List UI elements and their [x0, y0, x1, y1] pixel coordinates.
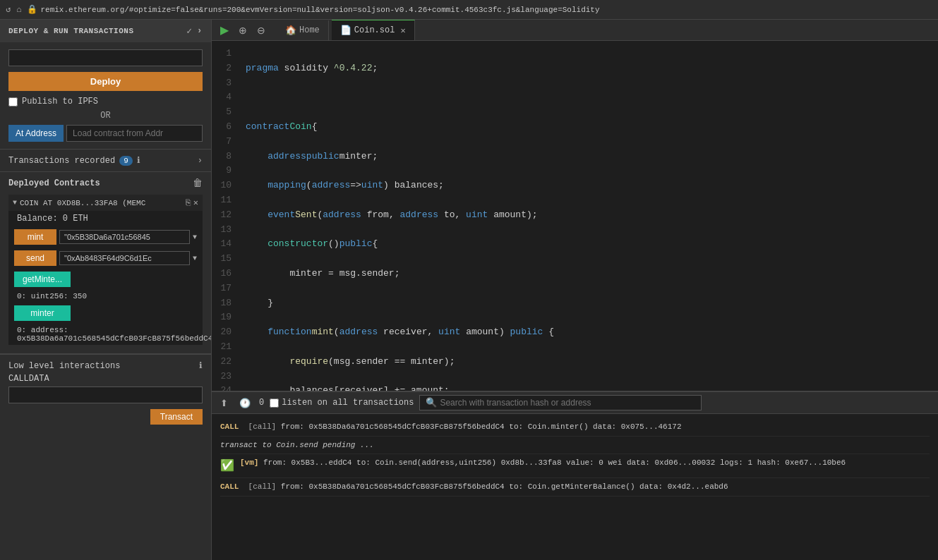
- mint-button[interactable]: mint: [14, 229, 56, 245]
- code-line-5: mapping (address=>uint) balances;: [240, 178, 938, 193]
- panel-header: DEPLOY & RUN TRANSACTIONS ✓ ›: [0, 20, 211, 42]
- send-input[interactable]: [59, 251, 190, 265]
- minter-row: minter: [8, 303, 203, 324]
- zoom-in-button[interactable]: ⊕: [236, 22, 250, 39]
- console-area: ⬆ 🕐 0 listen on all transactions 🔍 CALL …: [212, 391, 938, 560]
- contract-item-header: ▼ COIN AT 0XD8B...33FA8 (MEMC ⎘ ✕: [8, 195, 203, 211]
- tab-home[interactable]: 🏠 Home: [277, 20, 329, 40]
- code-line-1: pragma solidity ^0.4.22;: [240, 61, 938, 76]
- publish-ipfs-checkbox[interactable]: [8, 97, 18, 106]
- calldata-label: CALLDATA: [8, 374, 203, 384]
- search-icon: 🔍: [426, 397, 437, 408]
- code-line-11: require(msg.sender == minter);: [240, 355, 938, 370]
- tab-bar: ▶ ⊕ ⊖ 🏠 Home 📄 Coin.sol ✕: [212, 20, 938, 41]
- balance-row: Balance: 0 ETH: [8, 211, 203, 226]
- deploy-button[interactable]: Deploy: [8, 72, 203, 91]
- low-level-header: Low level interactions ℹ: [8, 360, 203, 371]
- check-icon[interactable]: ✓: [186, 25, 192, 37]
- coin-tab-icon: 📄: [340, 25, 351, 36]
- send-button[interactable]: send: [14, 250, 56, 266]
- minter-result-label: 0: address: 0x5B38Da6a701c568545dCfcB03F…: [17, 326, 212, 343]
- low-level-info-icon[interactable]: ℹ: [199, 360, 203, 371]
- getminte-row: getMinte...: [8, 269, 203, 290]
- deployed-contracts-title: Deployed Contracts: [8, 178, 100, 188]
- contract-item: ▼ COIN AT 0XD8B...33FA8 (MEMC ⎘ ✕ Balanc…: [8, 195, 203, 345]
- console-clear-icon[interactable]: ⬆: [217, 396, 231, 410]
- panel-title: DEPLOY & RUN TRANSACTIONS: [8, 27, 134, 35]
- getminte-result: 0: uint256: 350: [8, 290, 203, 303]
- console-logs: CALL [call] from: 0x5B38Da6a701c568545dC…: [212, 414, 938, 560]
- contract-chevron-icon[interactable]: ▼: [13, 199, 17, 207]
- at-address-row: At Address: [8, 125, 203, 142]
- log-pending-text: transact to Coin.send pending ...: [220, 441, 374, 449]
- minter-result: 0: address: 0x5B38Da6a701c568545dCfcB03F…: [8, 324, 203, 345]
- transactions-info-icon[interactable]: ℹ: [137, 155, 140, 166]
- console-clock-icon[interactable]: 🕐: [236, 396, 253, 410]
- low-level-title: Low level interactions: [8, 361, 120, 371]
- zoom-out-button[interactable]: ⊖: [254, 22, 268, 39]
- result-label: 0: uint256: 350: [17, 292, 87, 300]
- code-line-10: function mint(address receiver, uint amo…: [240, 325, 938, 340]
- line-numbers: 12345 678910 1112131415 1617181920 21222…: [212, 41, 240, 391]
- home-tab-icon: 🏠: [285, 25, 296, 36]
- send-chevron-icon[interactable]: ▼: [193, 255, 197, 262]
- deployed-contracts-header: Deployed Contracts 🗑: [8, 178, 203, 189]
- transactions-badge: 9: [119, 156, 133, 166]
- code-line-3: contract Coin{: [240, 120, 938, 135]
- code-line-7: constructor()public{: [240, 237, 938, 252]
- log-entry-2: transact to Coin.send pending ...: [220, 437, 930, 455]
- mint-input[interactable]: [59, 230, 190, 244]
- transact-button[interactable]: Transact: [150, 409, 203, 425]
- refresh-icon[interactable]: ↺: [6, 4, 11, 15]
- send-row: send ▼: [8, 248, 203, 269]
- tab-home-label: Home: [299, 25, 320, 35]
- topbar-home-icon[interactable]: ⌂: [16, 5, 21, 15]
- tab-close-icon[interactable]: ✕: [400, 25, 405, 36]
- minter-button[interactable]: minter: [14, 305, 71, 321]
- console-toolbar: ⬆ 🕐 0 listen on all transactions 🔍: [212, 392, 938, 414]
- console-count: 0: [259, 398, 264, 408]
- log-text-4: from: 0x5B38Da6a701c568545dCfcB03FcB875f…: [281, 482, 728, 491]
- log-entry-4: CALL [call] from: 0x5B38Da6a701c568545dC…: [220, 478, 930, 497]
- calldata-input[interactable]: [8, 386, 203, 403]
- success-icon: ✅: [220, 458, 234, 475]
- mint-chevron-icon[interactable]: ▼: [193, 233, 197, 241]
- run-button[interactable]: ▶: [217, 20, 232, 39]
- expand-icon[interactable]: ›: [197, 25, 203, 37]
- tab-coin-label: Coin.sol: [354, 25, 395, 35]
- deployed-contracts-section: Deployed Contracts 🗑 ▼ COIN AT 0XD8B...3…: [0, 172, 211, 354]
- log-text-1: from: 0x5B38Da6a701c568545dCfcB03FcB875f…: [281, 422, 682, 431]
- console-search-bar[interactable]: 🔍: [419, 395, 702, 410]
- topbar: ↺ ⌂ 🔒 remix.ethereum.org/#optimize=false…: [0, 0, 938, 20]
- code-line-9: }: [240, 296, 938, 311]
- mint-row: mint ▼: [8, 226, 203, 248]
- code-content: pragma solidity ^0.4.22; contract Coin{ …: [240, 41, 938, 391]
- low-level-section: Low level interactions ℹ CALLDATA Transa…: [0, 354, 211, 430]
- transactions-row: Transactions recorded 9 ℹ ›: [0, 149, 211, 172]
- code-area: 12345 678910 1112131415 1617181920 21222…: [212, 41, 938, 391]
- lock-icon: 🔒: [27, 4, 37, 15]
- panel-header-icons: ✓ ›: [186, 25, 203, 37]
- transactions-expand-icon[interactable]: ›: [198, 156, 203, 166]
- contract-close-icon[interactable]: ✕: [193, 197, 198, 208]
- trash-icon[interactable]: 🗑: [193, 178, 203, 189]
- tab-coin[interactable]: 📄 Coin.sol ✕: [332, 20, 415, 40]
- at-address-input[interactable]: [66, 125, 203, 142]
- main-layout: DEPLOY & RUN TRANSACTIONS ✓ › Deploy Pub…: [0, 20, 938, 560]
- getminte-button[interactable]: getMinte...: [14, 272, 71, 287]
- log-entry-3: ✅ [vm] from: 0x5B3...eddC4 to: Coin.send…: [220, 454, 930, 478]
- contract-select-input[interactable]: [8, 49, 203, 66]
- log-entry-1: CALL [call] from: 0x5B38Da6a701c568545dC…: [220, 418, 930, 437]
- code-line-4: address public minter;: [240, 150, 938, 164]
- at-address-button[interactable]: At Address: [8, 125, 64, 142]
- search-input[interactable]: [440, 398, 695, 408]
- contract-copy-icon[interactable]: ⎘: [186, 198, 191, 208]
- left-panel: DEPLOY & RUN TRANSACTIONS ✓ › Deploy Pub…: [0, 20, 212, 560]
- listen-checkbox[interactable]: [270, 398, 279, 408]
- listen-label: listen on all transactions: [282, 398, 414, 408]
- log-text-3: from: 0x5B3...eddC4 to: Coin.send(addres…: [263, 458, 846, 467]
- url-bar[interactable]: remix.ethereum.org/#optimize=false&runs=…: [40, 6, 599, 14]
- listen-checkbox-label[interactable]: listen on all transactions: [270, 398, 414, 408]
- tab-toolbar: ▶ ⊕ ⊖: [217, 20, 268, 39]
- right-panel: ▶ ⊕ ⊖ 🏠 Home 📄 Coin.sol ✕ 12345 678910 1…: [212, 20, 938, 560]
